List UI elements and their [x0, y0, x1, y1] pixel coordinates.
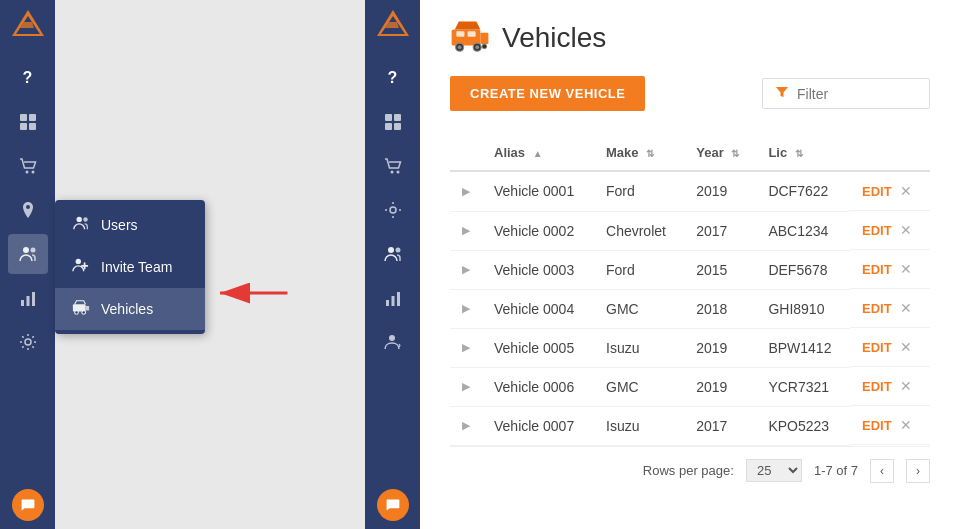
- row-actions-0: EDIT ✕: [850, 172, 930, 211]
- svg-point-33: [396, 171, 399, 174]
- svg-rect-6: [29, 123, 36, 130]
- svg-rect-4: [29, 114, 36, 121]
- sidebar-right-icon-gear[interactable]: [373, 190, 413, 230]
- delete-button-2[interactable]: ✕: [900, 261, 912, 277]
- svg-rect-12: [21, 300, 24, 306]
- dropdown-item-users[interactable]: Users: [55, 204, 205, 246]
- row-lic-1: ABC1234: [756, 211, 850, 250]
- sidebar-right-icon-people[interactable]: [373, 234, 413, 274]
- vehicles-table: Alias ▲ Make ⇅ Year ⇅ Lic ⇅ ▶: [450, 135, 930, 446]
- svg-rect-43: [456, 31, 464, 37]
- sidebar-icon-dashboard[interactable]: [8, 102, 48, 142]
- svg-point-22: [82, 311, 86, 315]
- delete-button-4[interactable]: ✕: [900, 339, 912, 355]
- delete-button-0[interactable]: ✕: [900, 183, 912, 199]
- row-chevron-4: ▶: [450, 328, 482, 367]
- main-content: Vehicles CREATE NEW VEHICLE Alias ▲ Ma: [420, 0, 960, 529]
- rows-per-page-label: Rows per page:: [643, 463, 734, 478]
- logo[interactable]: [10, 8, 46, 48]
- col-actions: [850, 135, 930, 171]
- sidebar-right-icon-dashboard[interactable]: [373, 102, 413, 142]
- row-chevron-6: ▶: [450, 406, 482, 445]
- svg-rect-39: [397, 292, 400, 306]
- sort-alias-icon: ▲: [533, 148, 543, 159]
- row-make-6: Isuzu: [594, 406, 684, 445]
- sidebar-right-icon-user-settings[interactable]: [373, 322, 413, 362]
- toolbar: CREATE NEW VEHICLE: [450, 76, 930, 111]
- filter-icon: [775, 85, 789, 102]
- col-year[interactable]: Year ⇅: [684, 135, 756, 171]
- svg-point-8: [31, 171, 34, 174]
- row-actions-5: EDIT ✕: [850, 367, 930, 406]
- edit-button-3[interactable]: EDIT: [862, 301, 892, 316]
- edit-button-1[interactable]: EDIT: [862, 223, 892, 238]
- svg-rect-42: [480, 33, 488, 44]
- sidebar-icon-people[interactable]: [8, 234, 48, 274]
- sidebar-right-icon-cart[interactable]: [373, 146, 413, 186]
- sidebar-icon-location[interactable]: [8, 190, 48, 230]
- row-lic-4: BPW1412: [756, 328, 850, 367]
- delete-button-3[interactable]: ✕: [900, 300, 912, 316]
- row-chevron-1: ▶: [450, 211, 482, 250]
- edit-button-2[interactable]: EDIT: [862, 262, 892, 277]
- edit-button-0[interactable]: EDIT: [862, 184, 892, 199]
- svg-rect-20: [86, 306, 90, 311]
- svg-point-9: [26, 205, 30, 209]
- svg-point-18: [76, 259, 81, 264]
- dropdown-item-users-label: Users: [101, 217, 138, 233]
- row-chevron-5: ▶: [450, 367, 482, 406]
- row-lic-3: GHI8910: [756, 289, 850, 328]
- row-year-6: 2017: [684, 406, 756, 445]
- delete-button-1[interactable]: ✕: [900, 222, 912, 238]
- svg-point-7: [25, 171, 28, 174]
- edit-button-5[interactable]: EDIT: [862, 379, 892, 394]
- row-alias-0: Vehicle 0001: [482, 171, 594, 211]
- row-alias-6: Vehicle 0007: [482, 406, 594, 445]
- table-row: ▶ Vehicle 0001 Ford 2019 DCF7622 EDIT ✕: [450, 171, 930, 211]
- sidebar-icon-cart[interactable]: [8, 146, 48, 186]
- col-alias[interactable]: Alias ▲: [482, 135, 594, 171]
- delete-button-5[interactable]: ✕: [900, 378, 912, 394]
- logo-right[interactable]: [375, 8, 411, 48]
- svg-rect-28: [385, 114, 392, 121]
- vehicles-icon: [71, 298, 91, 320]
- chat-button-left[interactable]: [12, 489, 44, 521]
- sort-make-icon: ⇅: [646, 148, 654, 159]
- filter-input[interactable]: [797, 86, 917, 102]
- col-make[interactable]: Make ⇅: [594, 135, 684, 171]
- table-row: ▶ Vehicle 0003 Ford 2015 DEF5678 EDIT ✕: [450, 250, 930, 289]
- row-year-0: 2019: [684, 171, 756, 211]
- pagination-prev-button[interactable]: ‹: [870, 459, 894, 483]
- svg-rect-5: [20, 123, 27, 130]
- row-lic-6: KPO5223: [756, 406, 850, 445]
- sidebar-icon-question[interactable]: ?: [8, 58, 48, 98]
- create-vehicle-button[interactable]: CREATE NEW VEHICLE: [450, 76, 645, 111]
- chat-button-right[interactable]: [377, 489, 409, 521]
- svg-point-36: [395, 248, 400, 253]
- sidebar-right-icon-question[interactable]: ?: [373, 58, 413, 98]
- row-alias-4: Vehicle 0005: [482, 328, 594, 367]
- table-row: ▶ Vehicle 0007 Isuzu 2017 KPO5223 EDIT ✕: [450, 406, 930, 445]
- dropdown-item-invite-team-label: Invite Team: [101, 259, 172, 275]
- row-lic-2: DEF5678: [756, 250, 850, 289]
- page-vehicle-icon: [450, 20, 490, 56]
- svg-rect-44: [468, 31, 476, 37]
- sidebar-icon-chart[interactable]: [8, 278, 48, 318]
- sidebar-right-icon-chart[interactable]: [373, 278, 413, 318]
- delete-button-6[interactable]: ✕: [900, 417, 912, 433]
- svg-point-49: [482, 44, 487, 49]
- svg-point-40: [389, 335, 395, 341]
- svg-point-32: [390, 171, 393, 174]
- rows-per-page-select[interactable]: 25 50 100: [746, 459, 802, 482]
- svg-point-15: [25, 339, 31, 345]
- dropdown-item-vehicles[interactable]: Vehicles: [55, 288, 205, 330]
- pagination-next-button[interactable]: ›: [906, 459, 930, 483]
- svg-point-11: [30, 248, 35, 253]
- edit-button-6[interactable]: EDIT: [862, 418, 892, 433]
- dropdown-item-invite-team[interactable]: Invite Team: [55, 246, 205, 288]
- row-make-1: Chevrolet: [594, 211, 684, 250]
- col-lic[interactable]: Lic ⇅: [756, 135, 850, 171]
- edit-button-4[interactable]: EDIT: [862, 340, 892, 355]
- sidebar-icon-settings[interactable]: [8, 322, 48, 362]
- sort-lic-icon: ⇅: [795, 148, 803, 159]
